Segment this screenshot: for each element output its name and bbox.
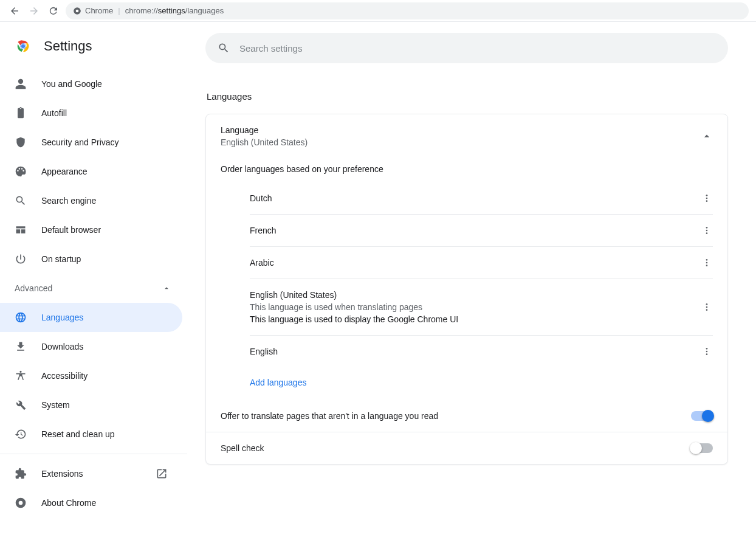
external-link-icon — [156, 468, 168, 480]
sidebar-item-languages[interactable]: Languages — [0, 303, 182, 332]
forward-button[interactable] — [27, 4, 41, 18]
language-name: English — [250, 347, 693, 356]
language-header-row[interactable]: Language English (United States) — [206, 114, 727, 158]
advanced-label: Advanced — [15, 283, 52, 293]
sidebar-header: Settings — [0, 33, 187, 69]
omnibox-url: chrome://settings/languages — [125, 6, 224, 15]
browser-toolbar: Chrome | chrome://settings/languages — [0, 0, 756, 22]
nav-item-label: Autofill — [41, 108, 67, 118]
sidebar-item-system[interactable]: System — [0, 390, 182, 420]
advanced-section-toggle[interactable]: Advanced — [0, 274, 187, 303]
languages-card: Language English (United States) Order l… — [205, 114, 728, 465]
svg-point-18 — [706, 309, 708, 311]
sidebar-item-downloads[interactable]: Downloads — [0, 332, 182, 361]
sidebar-item-on-startup[interactable]: On startup — [0, 244, 182, 274]
omnibox-divider: | — [118, 6, 120, 15]
nav-item-label: Extensions — [41, 469, 83, 479]
svg-point-7 — [706, 195, 708, 196]
settings-title: Settings — [44, 38, 92, 54]
nav-item-label: Reset and clean up — [41, 429, 115, 439]
language-options-button[interactable] — [701, 347, 713, 356]
language-item: English (United States)This language is … — [250, 279, 713, 336]
spellcheck-toggle[interactable] — [691, 443, 713, 453]
sidebar-item-you-and-google[interactable]: You and Google — [0, 69, 182, 99]
chevron-up-icon — [160, 282, 173, 294]
sidebar-divider — [0, 454, 187, 454]
site-label: Chrome — [85, 6, 113, 15]
wrench-icon — [15, 399, 27, 411]
browser-icon — [15, 224, 27, 236]
sidebar-item-default-browser[interactable]: Default browser — [0, 215, 182, 244]
reload-button[interactable] — [46, 4, 61, 18]
restore-icon — [15, 428, 27, 440]
globe-icon — [15, 311, 27, 323]
omnibox[interactable]: Chrome | chrome://settings/languages — [66, 2, 749, 19]
sidebar-item-search-engine[interactable]: Search engine — [0, 186, 182, 215]
language-row-title: Language — [221, 125, 691, 135]
sidebar-item-about-chrome[interactable]: About Chrome — [0, 488, 182, 517]
site-chip: Chrome — [73, 6, 113, 15]
chrome-mono-icon — [73, 7, 81, 15]
main-content: Languages Language English (United State… — [187, 22, 746, 557]
spellcheck-label: Spell check — [221, 443, 681, 453]
nav-item-label: Downloads — [41, 342, 83, 351]
nav-item-label: Accessibility — [41, 371, 88, 381]
svg-point-12 — [706, 232, 708, 234]
search-settings-box[interactable] — [205, 33, 728, 63]
extension-icon — [15, 468, 27, 480]
nav-item-label: Security and Privacy — [41, 137, 119, 147]
language-item: Arabic — [250, 247, 713, 279]
sidebar-item-autofill[interactable]: Autofill — [0, 99, 182, 128]
back-button[interactable] — [7, 4, 22, 18]
svg-point-1 — [76, 9, 79, 12]
svg-point-19 — [706, 348, 708, 350]
svg-point-15 — [706, 265, 708, 266]
search-icon — [15, 195, 27, 207]
language-options-button[interactable] — [701, 193, 713, 203]
svg-point-20 — [706, 351, 708, 353]
spellcheck-toggle-row: Spell check — [206, 432, 727, 464]
translate-toggle[interactable] — [691, 411, 713, 421]
language-item: French — [250, 215, 713, 247]
nav-item-label: You and Google — [41, 79, 102, 89]
language-item: Dutch — [250, 182, 713, 215]
sidebar-item-appearance[interactable]: Appearance — [0, 157, 182, 186]
language-order-instruction: Order languages based on your preference — [206, 158, 727, 182]
download-icon — [15, 341, 27, 353]
svg-point-16 — [706, 303, 708, 305]
chrome-logo-icon — [15, 38, 32, 55]
nav-item-label: Default browser — [41, 225, 101, 235]
power-icon — [15, 253, 27, 265]
svg-point-21 — [706, 353, 708, 355]
language-list: DutchFrenchArabicEnglish (United States)… — [206, 182, 727, 367]
nav-item-label: Languages — [41, 313, 83, 322]
language-options-button[interactable] — [701, 302, 713, 312]
chrome-icon — [15, 497, 27, 509]
svg-point-6 — [19, 501, 23, 505]
add-languages-button[interactable]: Add languages — [250, 378, 306, 387]
language-options-button[interactable] — [701, 226, 713, 235]
search-settings-input[interactable] — [239, 43, 716, 54]
person-icon — [15, 78, 27, 90]
language-name: Arabic — [250, 258, 693, 268]
translate-label: Offer to translate pages that aren't in … — [221, 411, 681, 421]
sidebar-item-reset-and-clean-up[interactable]: Reset and clean up — [0, 420, 182, 449]
svg-point-11 — [706, 230, 708, 232]
sidebar-item-security-and-privacy[interactable]: Security and Privacy — [0, 128, 182, 157]
nav-item-label: Appearance — [41, 167, 88, 176]
language-name: English (United States) — [250, 290, 693, 300]
svg-point-13 — [706, 259, 708, 261]
sidebar-item-extensions[interactable]: Extensions — [0, 459, 182, 488]
sidebar-item-accessibility[interactable]: Accessibility — [0, 361, 182, 390]
nav-item-label: On startup — [41, 254, 81, 264]
sidebar: Settings You and GoogleAutofillSecurity … — [0, 22, 187, 557]
nav-item-label: Search engine — [41, 196, 96, 206]
clipboard-icon — [15, 107, 27, 119]
language-row-current: English (United States) — [221, 137, 691, 147]
page-section-title: Languages — [207, 91, 728, 102]
svg-point-9 — [706, 200, 708, 202]
language-name: Dutch — [250, 193, 693, 203]
collapse-language-icon[interactable] — [701, 130, 713, 142]
language-options-button[interactable] — [701, 258, 713, 268]
nav-item-label: System — [41, 400, 70, 410]
